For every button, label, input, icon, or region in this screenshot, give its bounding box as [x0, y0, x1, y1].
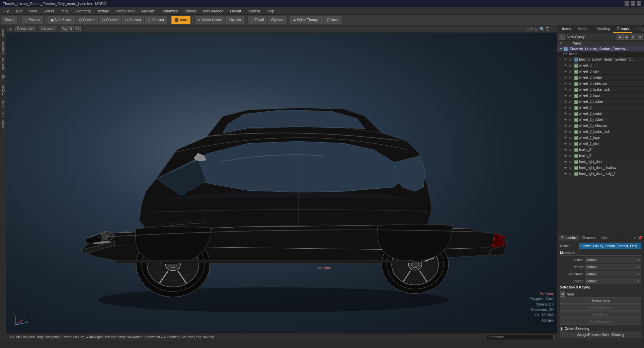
viewport-camera-icon[interactable]: ◎ [535, 27, 538, 31]
props-expand-icon[interactable]: ⤢ [634, 236, 637, 240]
props-pin-icon[interactable]: 📌 [638, 236, 643, 240]
close-btn[interactable]: ✕ [637, 1, 641, 6]
viewport-rotate-icon[interactable]: ⟳ [530, 27, 534, 31]
vtab-polygon[interactable]: Polygon [0, 83, 6, 98]
vtab-uv[interactable]: UV [0, 110, 6, 119]
sl-btn-3[interactable]: ⚙ [630, 34, 636, 40]
convert-btn-1[interactable]: ⬡ Convert [76, 16, 98, 24]
tree-item-17[interactable]: 👁 ◎ ▣ front_right_door [557, 159, 644, 165]
menu-select[interactable]: Select [42, 8, 55, 14]
vtab-duplicate[interactable]: Duplicate [0, 39, 6, 56]
group-root[interactable]: ▼ G Electric_Luxury_Sedan_Exterio... [557, 46, 644, 52]
tab-shading[interactable]: Shading [593, 25, 613, 33]
tab-properties[interactable]: Properties [559, 235, 579, 241]
viewport-home-icon[interactable]: ⌂ [527, 27, 529, 31]
select-through-btn[interactable]: ◈ Select Through [290, 16, 323, 24]
convert-btn-2[interactable]: ⬡ Convert [99, 16, 121, 24]
name-field-input[interactable] [579, 243, 641, 249]
viewport-search-icon[interactable]: 🔍 [540, 27, 545, 31]
visible-dropdown[interactable]: default ▼ [585, 257, 641, 263]
props-add-icon[interactable]: + [630, 236, 632, 240]
convert-btn-4[interactable]: ⬡ Convert [145, 16, 167, 24]
menu-geometry[interactable]: Geometry [73, 8, 92, 14]
viewport-expand-icon[interactable]: ◀ [9, 27, 11, 31]
key-channels-btn[interactable]: Key Channels [560, 319, 641, 325]
menu-texture[interactable]: Texture [96, 8, 111, 14]
menu-edit[interactable]: Edit [15, 8, 24, 14]
viewport-menu-icon[interactable]: ☰ [546, 27, 550, 31]
tree-item-1[interactable]: 👁 ◎ ▣ wheel_3 [557, 63, 644, 69]
tree-item-14[interactable]: 👁 ◎ ▣ wheel_2_disk [557, 141, 644, 147]
presets-btn[interactable]: ⬡ Presets [22, 16, 43, 24]
tree-item-12[interactable]: 👁 ◎ ▣ wheel_2_brake_disk [557, 129, 644, 135]
convert-btn-3[interactable]: ⬡ Convert [122, 16, 144, 24]
menu-item[interactable]: Item [59, 8, 69, 14]
menu-maxtomodo[interactable]: MaxToModo [202, 8, 225, 14]
window-controls[interactable]: _ □ ✕ [625, 1, 641, 6]
viewport-add-icon[interactable]: + [551, 27, 553, 31]
locked-dropdown[interactable]: default ▼ [585, 278, 641, 284]
options3-btn[interactable]: Options [324, 16, 341, 24]
tab-mesh[interactable]: Mesh... [574, 25, 593, 33]
menu-view[interactable]: View [28, 8, 38, 14]
assign-remove-onion-btn[interactable]: Assign/Remove Onion Skinning [560, 332, 641, 338]
tree-item-13[interactable]: 👁 ◎ ▣ wheel_2_logo [557, 135, 644, 141]
tab-lists[interactable]: Lists [599, 235, 611, 241]
tree-item-5[interactable]: 👁 ◎ ▣ wheel_3_brake_disk [557, 87, 644, 93]
menu-animate[interactable]: Animate [140, 8, 156, 14]
perspective-btn[interactable]: Perspective [15, 26, 36, 31]
vtab-fusion[interactable]: Fusion [0, 118, 6, 132]
tab-groups[interactable]: Groups [613, 25, 632, 33]
tree-item-4[interactable]: 👁 ◎ ▣ wheel_3_reflection [557, 81, 644, 87]
vtab-edge[interactable]: Edge [0, 72, 6, 83]
sl-btn-2[interactable]: ◀ [623, 34, 629, 40]
tree-item-10[interactable]: 👁 ◎ ▣ wheel_2_rubber [557, 117, 644, 123]
tree-item-16[interactable]: 👁 ◎ ▣ brake_2 [557, 153, 644, 159]
menu-layout[interactable]: Layout [229, 8, 242, 14]
tree-item-8[interactable]: 👁 ◎ ▣ wheel_2 [557, 105, 644, 111]
onion-toggle-btn[interactable]: ▶ [560, 327, 563, 331]
select-channels-btn[interactable]: Select Channels [560, 304, 641, 311]
tree-item-6[interactable]: 👁 ◎ ▣ wheel_3_logo [557, 93, 644, 99]
tree-item-9[interactable]: 👁 ◎ ▣ wheel_2_metal [557, 111, 644, 117]
sculpt-btn[interactable]: Sculpt [2, 16, 17, 24]
options2-btn[interactable]: Options [268, 16, 286, 24]
select-items-btn[interactable]: Select Items [560, 297, 641, 304]
falloff-btn[interactable]: ⊿ Falloff [248, 16, 267, 24]
vtab-sculpt[interactable]: Sculpt [0, 27, 6, 39]
tree-item-2[interactable]: 👁 ◎ ▣ wheel_3_disk [557, 69, 644, 75]
minimize-btn[interactable]: _ [625, 1, 629, 6]
menu-render[interactable]: Render [183, 8, 198, 14]
tree-item-3[interactable]: 👁 ◎ ▣ wheel_3_metal [557, 75, 644, 81]
menu-system[interactable]: System [246, 8, 261, 14]
new-group-btn[interactable]: + [559, 34, 565, 40]
sl-btn-4[interactable]: ⚙ [637, 34, 643, 40]
tab-channels[interactable]: Channels [579, 235, 599, 241]
selectable-dropdown[interactable]: default ▼ [585, 271, 641, 277]
menu-vertex-map[interactable]: Vertex Map [115, 8, 136, 14]
tab-items[interactable]: Items [559, 25, 574, 33]
tree-item-11[interactable]: 👁 ◎ ▣ wheel_2_reflection [557, 123, 644, 129]
render-dropdown[interactable]: default ▼ [585, 264, 641, 270]
key-items-btn[interactable]: Key Items [560, 312, 641, 318]
items-btn[interactable]: ⬛ Items [171, 16, 190, 24]
tree-item-0[interactable]: 👁 ◎ M Electric_Luxury_Sedan_Exterior_O..… [557, 57, 644, 63]
vtab-curve[interactable]: Curve [0, 98, 6, 110]
3d-viewport[interactable]: No Items No Items Polygons : Face Channe… [6, 33, 557, 333]
tab-images[interactable]: Images [632, 25, 644, 33]
tree-item-15[interactable]: 👁 ◎ ▣ brake_3 [557, 147, 644, 153]
advanced-btn[interactable]: Advanced [39, 26, 57, 31]
tree-item-7[interactable]: 👁 ◎ ▣ wheel_3_rubber [557, 99, 644, 105]
auto-select-btn[interactable]: ▣ Auto Select [48, 16, 75, 24]
menu-help[interactable]: Help [265, 8, 276, 14]
sl-btn-1[interactable]: ◀ [617, 34, 623, 40]
command-input[interactable] [487, 335, 554, 340]
ray-gl-btn[interactable]: Ray GL: Off [60, 26, 81, 31]
menu-file[interactable]: File [2, 8, 11, 14]
options1-btn[interactable]: Options [226, 16, 244, 24]
maximize-btn[interactable]: □ [631, 1, 635, 6]
menu-dynamics[interactable]: Dynamics [160, 8, 179, 14]
scene-tree[interactable]: ▼ G Electric_Luxury_Sedan_Exterio... 160… [557, 46, 644, 235]
tree-item-18[interactable]: 👁 ◎ ▣ front_right_door_shadow [557, 165, 644, 171]
tree-item-19[interactable]: 👁 ◎ ▣ front_right_door_body_1 [557, 171, 644, 177]
